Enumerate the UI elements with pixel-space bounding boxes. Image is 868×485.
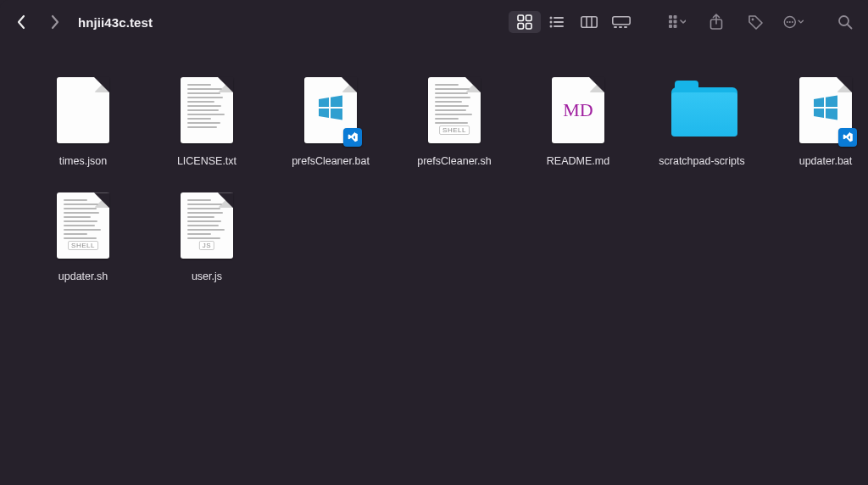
forward-button[interactable] <box>46 13 64 31</box>
file-icon: MD <box>548 73 609 148</box>
gallery-view-button[interactable] <box>605 11 637 33</box>
svg-point-27 <box>789 21 791 23</box>
item-label: times.json <box>59 154 107 168</box>
svg-rect-9 <box>554 25 564 27</box>
item-label: updater.sh <box>58 270 108 283</box>
svg-rect-2 <box>518 24 524 30</box>
svg-marker-34 <box>331 109 342 120</box>
file-item[interactable]: JSuser.js <box>153 188 261 283</box>
svg-rect-17 <box>669 15 672 19</box>
svg-rect-22 <box>674 25 677 28</box>
svg-marker-32 <box>331 95 342 107</box>
svg-rect-21 <box>669 25 672 28</box>
list-view-button[interactable] <box>541 11 573 33</box>
nav-group <box>12 13 64 31</box>
folder-item[interactable]: scratchpad-scripts <box>648 73 756 168</box>
svg-point-8 <box>550 25 553 28</box>
file-item[interactable]: SHELLprefsCleaner.sh <box>400 73 509 168</box>
svg-marker-38 <box>826 109 837 120</box>
back-button[interactable] <box>12 13 31 31</box>
item-label: prefsCleaner.sh <box>417 154 492 168</box>
svg-rect-3 <box>526 24 532 30</box>
file-item[interactable]: LICENSE.txt <box>153 73 261 168</box>
svg-marker-37 <box>814 109 824 118</box>
folder-icon <box>671 73 732 148</box>
svg-point-4 <box>550 17 553 20</box>
file-icon: JS <box>176 188 237 263</box>
toolbar-actions <box>666 11 856 33</box>
file-icon: SHELL <box>53 188 114 263</box>
file-icon: SHELL <box>424 73 485 148</box>
item-label: updater.bat <box>799 154 853 168</box>
svg-rect-18 <box>674 15 677 19</box>
svg-rect-14 <box>614 26 617 28</box>
svg-marker-33 <box>319 109 329 118</box>
file-icon <box>176 73 237 148</box>
window-toolbar: hnjii43c.test <box>0 0 868 44</box>
file-item[interactable]: MDREADME.md <box>524 73 632 168</box>
file-item[interactable]: prefsCleaner.bat <box>276 73 385 168</box>
item-label: LICENSE.txt <box>177 154 236 168</box>
view-switcher <box>507 9 639 35</box>
file-icon <box>795 73 856 148</box>
svg-marker-35 <box>814 98 824 107</box>
svg-point-6 <box>550 21 553 24</box>
svg-point-29 <box>839 16 849 25</box>
svg-rect-1 <box>526 15 532 21</box>
svg-rect-15 <box>619 26 622 28</box>
svg-rect-5 <box>554 17 564 19</box>
svg-rect-20 <box>674 20 677 24</box>
file-item[interactable]: times.json <box>29 73 137 168</box>
search-button[interactable] <box>834 11 856 33</box>
item-label: scratchpad-scripts <box>659 154 744 168</box>
column-view-button[interactable] <box>573 11 605 33</box>
icon-view-button[interactable] <box>509 11 541 33</box>
svg-rect-7 <box>554 21 564 23</box>
svg-rect-16 <box>624 26 627 28</box>
item-label: user.js <box>192 270 222 283</box>
svg-marker-31 <box>319 98 329 107</box>
item-label: prefsCleaner.bat <box>292 154 370 168</box>
svg-point-26 <box>787 21 788 23</box>
file-grid: times.jsonLICENSE.txtprefsCleaner.batSHE… <box>0 44 868 313</box>
item-label: README.md <box>547 154 609 168</box>
file-icon <box>53 73 114 148</box>
svg-rect-13 <box>613 17 630 25</box>
svg-rect-0 <box>518 15 524 21</box>
action-menu-button[interactable] <box>783 11 805 33</box>
svg-point-24 <box>752 19 754 21</box>
svg-line-30 <box>848 25 852 29</box>
svg-rect-10 <box>581 17 597 27</box>
file-icon <box>300 73 361 148</box>
group-by-button[interactable] <box>666 11 688 33</box>
file-item[interactable]: updater.bat <box>771 73 868 168</box>
svg-rect-19 <box>669 20 672 24</box>
file-item[interactable]: SHELLupdater.sh <box>29 188 137 283</box>
share-button[interactable] <box>705 11 727 33</box>
svg-point-28 <box>792 21 793 23</box>
window-title: hnjii43c.test <box>78 15 153 30</box>
tags-button[interactable] <box>744 11 766 33</box>
svg-marker-36 <box>826 95 837 107</box>
